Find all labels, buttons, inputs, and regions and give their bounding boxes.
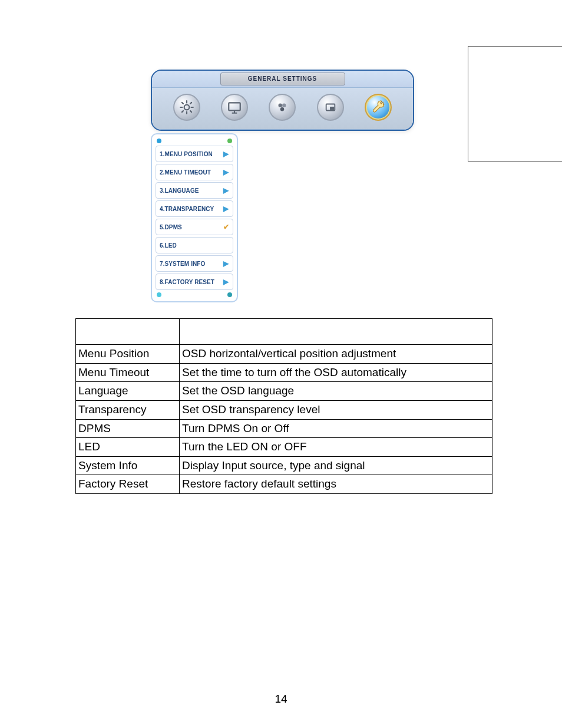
settings-icon[interactable] [365,94,392,121]
submenu-item-label: 8.FACTORY RESET [160,279,214,285]
arrow-right-icon: ▶ [222,205,230,213]
table-cell-name: Menu Position [76,345,180,364]
arrow-right-icon: ▶ [222,278,230,286]
table-cell-desc: Restore factory default settings [180,475,492,494]
table-header-blank-desc [180,319,492,345]
arrow-right-icon: ▶ [222,168,230,176]
svg-point-2 [279,104,283,108]
svg-rect-1 [229,103,240,110]
table-row: Menu Position OSD horizontal/vertical po… [76,345,492,364]
table-row: Factory Reset Restore factory default se… [76,475,492,494]
side-tab [468,46,562,162]
display-icon[interactable] [221,94,248,121]
corner-dot-icon [227,292,232,297]
corner-dot-icon [157,139,161,143]
submenu-item-label: 2.MENU TIMEOUT [160,169,211,176]
submenu-item-led[interactable]: 6.LED [156,237,233,253]
table-header-row [76,319,492,345]
svg-point-4 [280,107,285,111]
corner-dot-icon [227,139,232,143]
table-cell-desc: Set the time to turn off the OSD automat… [180,363,492,382]
page-number: 14 [0,693,562,706]
submenu-item-label: 4.TRANSPARENCY [160,206,214,212]
table-row: LED Turn the LED ON or OFF [76,438,492,457]
arrow-right-icon: ▶ [222,259,230,268]
table-cell-desc: Display Input source, type and signal [180,456,492,475]
submenu-item-label: 7.SYSTEM INFO [160,261,205,267]
table-cell-desc: Turn DPMS On or Off [180,419,492,438]
table-row: DPMS Turn DPMS On or Off [76,419,492,438]
submenu-top-corners [154,138,234,144]
table-cell-desc: Turn the LED ON or OFF [180,438,492,457]
table-cell-name: Factory Reset [76,475,180,494]
submenu-item-label: 3.LANGUAGE [160,187,199,194]
osd-panel: GENERAL SETTINGS [151,70,414,131]
submenu-item-menu-position[interactable]: 1.MENU POSITION ▶ [156,146,233,162]
svg-point-3 [282,104,286,108]
table-row: Transparency Set OSD transparency level [76,400,492,419]
osd-header: GENERAL SETTINGS [152,71,413,88]
osd-tab-row [152,88,413,130]
svg-point-0 [184,105,189,110]
svg-rect-6 [330,107,334,110]
table-header-blank-name [76,319,180,345]
table-cell-name: DPMS [76,419,180,438]
submenu-item-label: 1.MENU POSITION [160,151,213,157]
settings-description-table: Menu Position OSD horizontal/vertical po… [75,318,492,494]
submenu-item-dpms[interactable]: 5.DPMS ✔ [156,219,233,235]
table-cell-desc: Set OSD transparency level [180,400,492,419]
color-icon[interactable] [269,94,296,121]
table-row: Language Set the OSD language [76,382,492,401]
table-cell-name: Transparency [76,400,180,419]
osd-title: GENERAL SETTINGS [220,73,345,85]
arrow-right-icon: ▶ [222,186,230,195]
table-cell-name: LED [76,438,180,457]
table-row: Menu Timeout Set the time to turn off th… [76,363,492,382]
table-cell-desc: Set the OSD language [180,382,492,401]
check-icon: ✔ [222,223,230,231]
submenu-item-transparency[interactable]: 4.TRANSPARENCY ▶ [156,200,233,217]
arrow-right-icon: ▶ [222,150,230,158]
table-cell-name: Language [76,382,180,401]
submenu-bottom-corners [154,292,234,298]
submenu-item-menu-timeout[interactable]: 2.MENU TIMEOUT ▶ [156,164,233,180]
table-cell-name: Menu Timeout [76,363,180,382]
osd-screenshot: GENERAL SETTINGS [151,70,412,131]
submenu-item-label: 6.LED [160,242,177,249]
submenu-item-label: 5.DPMS [160,224,182,230]
table-row: System Info Display Input source, type a… [76,456,492,475]
submenu-item-factory-reset[interactable]: 8.FACTORY RESET ▶ [156,274,233,290]
submenu-item-system-info[interactable]: 7.SYSTEM INFO ▶ [156,255,233,272]
table-cell-desc: OSD horizontal/vertical position adjustm… [180,345,492,364]
brightness-icon[interactable] [173,94,200,121]
pip-icon[interactable] [317,94,344,121]
osd-submenu: 1.MENU POSITION ▶ 2.MENU TIMEOUT ▶ 3.LAN… [151,133,238,302]
corner-dot-icon [157,292,161,297]
submenu-item-language[interactable]: 3.LANGUAGE ▶ [156,182,233,199]
table-cell-name: System Info [76,456,180,475]
